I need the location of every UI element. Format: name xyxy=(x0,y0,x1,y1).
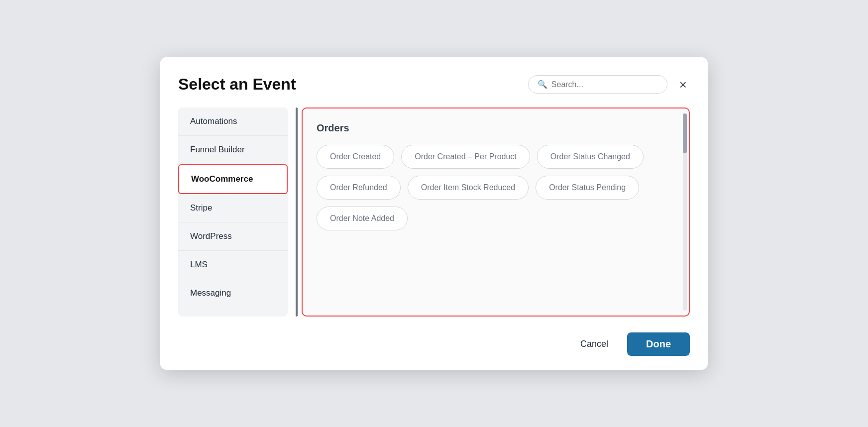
event-grid: Order Created Order Created – Per Produc… xyxy=(317,145,675,230)
search-icon: 🔍 xyxy=(538,80,547,89)
modal-body: Automations Funnel Builder WooCommerce S… xyxy=(178,107,690,317)
sidebar-item-lms[interactable]: LMS xyxy=(178,251,288,279)
sidebar-item-funnel-builder[interactable]: Funnel Builder xyxy=(178,136,288,164)
sidebar-item-woocommerce[interactable]: WooCommerce xyxy=(178,164,288,194)
sidebar-item-messaging[interactable]: Messaging xyxy=(178,279,288,307)
sidebar-item-stripe[interactable]: Stripe xyxy=(178,194,288,222)
event-order-note-added[interactable]: Order Note Added xyxy=(317,207,408,230)
modal-header: Select an Event 🔍 × xyxy=(178,75,690,94)
modal-footer: Cancel Done xyxy=(178,328,690,356)
modal: Select an Event 🔍 × Automations Funnel B… xyxy=(160,57,708,370)
header-right: 🔍 × xyxy=(528,75,690,94)
event-order-created[interactable]: Order Created xyxy=(317,145,394,169)
section-title: Orders xyxy=(317,122,675,134)
search-box: 🔍 xyxy=(528,75,667,94)
event-order-refunded[interactable]: Order Refunded xyxy=(317,176,401,200)
sidebar-divider xyxy=(296,107,298,317)
event-order-status-pending[interactable]: Order Status Pending xyxy=(536,176,639,200)
event-order-created-per-product[interactable]: Order Created – Per Product xyxy=(401,145,530,169)
event-order-status-changed[interactable]: Order Status Changed xyxy=(537,145,644,169)
scrollbar-track xyxy=(683,113,687,311)
sidebar-item-wordpress[interactable]: WordPress xyxy=(178,222,288,251)
sidebar-item-automations[interactable]: Automations xyxy=(178,107,288,136)
sidebar: Automations Funnel Builder WooCommerce S… xyxy=(178,107,288,317)
content-area: Orders Order Created Order Created – Per… xyxy=(302,107,690,317)
event-order-item-stock-reduced[interactable]: Order Item Stock Reduced xyxy=(408,176,529,200)
modal-title: Select an Event xyxy=(178,75,296,94)
cancel-button[interactable]: Cancel xyxy=(571,334,617,354)
scrollbar-thumb[interactable] xyxy=(683,113,687,153)
close-button[interactable]: × xyxy=(676,77,690,92)
done-button[interactable]: Done xyxy=(627,332,690,356)
search-input[interactable] xyxy=(551,80,658,89)
